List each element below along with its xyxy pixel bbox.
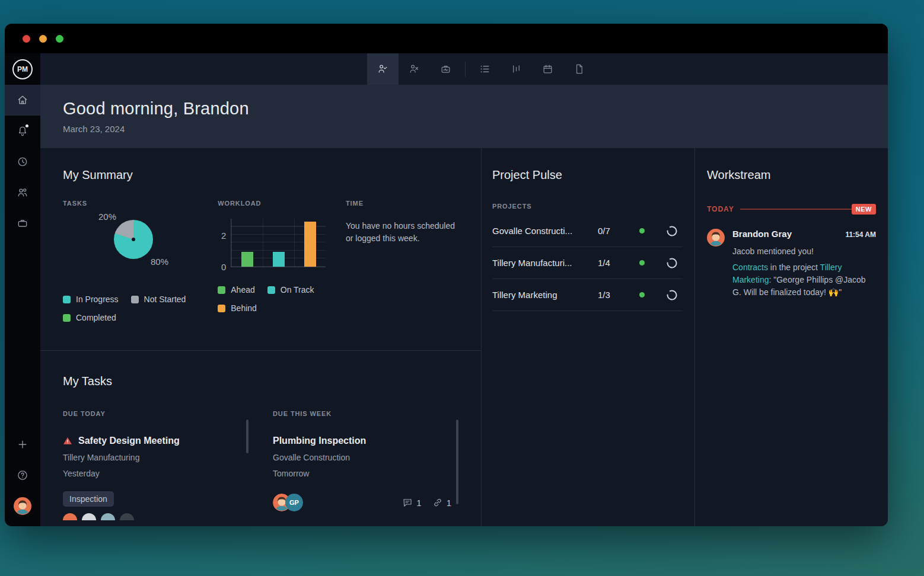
- sidebar-item-team[interactable]: [5, 177, 40, 208]
- entry-author: Brandon Gray: [732, 229, 792, 239]
- toolbar-tab-workload[interactable]: [501, 53, 532, 85]
- entry-timestamp: 11:54 AM: [845, 231, 876, 239]
- legend-swatch: [131, 296, 139, 303]
- task-due-date: Yesterday: [63, 469, 241, 478]
- calendar-icon: [542, 63, 553, 75]
- workload-bar-chart[interactable]: 2 0: [218, 216, 346, 273]
- comments-count-value: 1: [416, 498, 421, 508]
- person-check-icon: [377, 63, 388, 75]
- workload-plot: [231, 219, 326, 267]
- avatar[interactable]: [82, 513, 96, 520]
- health-dot: [639, 292, 645, 297]
- y-tick-2: 2: [221, 231, 226, 241]
- legend-label: Ahead: [231, 285, 254, 295]
- summary-workload-column: WORKLOAD 2 0: [218, 200, 346, 322]
- link-icon: [432, 497, 443, 508]
- legend-item-behind: Behind: [218, 303, 257, 313]
- sidebar-item-help[interactable]: [5, 460, 40, 491]
- project-row-govalle-construction[interactable]: Govalle Constructi... 0/7: [492, 215, 683, 247]
- message-text: in the project: [768, 263, 820, 272]
- due-today-scrollbar[interactable]: [246, 420, 248, 453]
- due-this-week-column: DUE THIS WEEK Plumbing Inspection Govall…: [273, 410, 458, 520]
- task-link-contracts[interactable]: Contracts: [732, 263, 768, 272]
- close-window-button[interactable]: [23, 35, 30, 43]
- workstream-entry[interactable]: Brandon Gray 11:54 AM Jacob mentioned yo…: [707, 229, 876, 299]
- links-count[interactable]: 1: [432, 497, 451, 508]
- workstream-panel: Workstream TODAY NEW Brandon Gray 1: [695, 148, 888, 526]
- toolbar-tab-files[interactable]: [563, 53, 595, 85]
- minimize-window-button[interactable]: [39, 35, 47, 43]
- today-divider-row: TODAY NEW: [707, 204, 876, 215]
- help-icon: [17, 469, 28, 481]
- legend-swatch: [63, 314, 71, 322]
- avatar[interactable]: [63, 513, 77, 520]
- sidebar-item-time[interactable]: [5, 146, 40, 177]
- toolbar-tab-list[interactable]: [469, 53, 501, 85]
- due-today-column: DUE TODAY Safety Design Meeting Tillery …: [63, 410, 248, 520]
- due-this-week-label: DUE THIS WEEK: [273, 410, 451, 417]
- task-title: Plumbing Inspection: [273, 436, 366, 446]
- sidebar-profile-avatar[interactable]: [7, 491, 38, 521]
- toolbar-tab-portfolio[interactable]: [430, 53, 461, 85]
- project-name: Tillery Manufacturi...: [492, 258, 598, 268]
- sidebar-item-notifications[interactable]: [5, 116, 40, 146]
- toolbar-tab-team[interactable]: [399, 53, 430, 85]
- toolbar-tab-my-work[interactable]: [367, 53, 399, 85]
- project-pulse-panel: Project Pulse PROJECTS Govalle Construct…: [482, 148, 694, 526]
- comments-count[interactable]: 1: [402, 497, 421, 508]
- task-card-plumbing-inspection[interactable]: Plumbing Inspection Govalle Construction…: [273, 436, 451, 511]
- list-icon: [479, 63, 490, 75]
- legend-swatch: [267, 286, 275, 294]
- workload-bar: [273, 252, 285, 267]
- avatar[interactable]: [120, 513, 134, 520]
- health-dot: [639, 260, 645, 265]
- avatar[interactable]: [101, 513, 115, 520]
- sidebar-item-projects[interactable]: [5, 208, 40, 239]
- entry-message: Contracts in the project Tillery Marketi…: [732, 261, 876, 299]
- page-date: March 23, 2024: [63, 124, 888, 134]
- legend-swatch: [63, 296, 71, 303]
- my-summary-section: My Summary TASKS 20% 80%: [40, 148, 481, 350]
- sidebar-item-home[interactable]: [5, 85, 40, 116]
- legend-item-in-progress: In Progress: [63, 295, 119, 304]
- tasks-pie-area: 20% 80%: [63, 207, 218, 283]
- project-row-tillery-marketing[interactable]: Tillery Marketing 1/3: [492, 279, 683, 311]
- y-tick-0: 0: [221, 262, 226, 272]
- briefcase-chart-icon: [440, 63, 451, 75]
- task-title: Safety Design Meeting: [78, 436, 180, 446]
- project-task-count: 1/4: [598, 258, 624, 268]
- avatar-initials[interactable]: GP: [285, 494, 303, 511]
- columns-icon: [511, 63, 522, 75]
- notification-dot: [26, 124, 28, 127]
- left-panel: My Summary TASKS 20% 80%: [40, 148, 481, 526]
- task-card-safety-design-meeting[interactable]: Safety Design Meeting Tillery Manufactur…: [63, 436, 241, 520]
- task-assignees: GP: [273, 494, 303, 511]
- task-due-date: Tomorrow: [273, 469, 451, 478]
- time-empty-message: You have no hours scheduled or logged th…: [346, 220, 458, 245]
- tasks-legend: In Progress Not Started Co: [63, 295, 218, 322]
- users-icon: [17, 187, 28, 199]
- toolbar-tab-calendar[interactable]: [532, 53, 563, 85]
- toolbar-tabs: [367, 53, 595, 85]
- project-row-tillery-manufacturing[interactable]: Tillery Manufacturi... 1/4: [492, 247, 683, 279]
- legend-swatch: [218, 305, 225, 312]
- due-this-week-scrollbar[interactable]: [456, 420, 458, 504]
- workstream-title: Workstream: [707, 168, 876, 182]
- legend-label: Not Started: [144, 295, 186, 304]
- pm-logo-text: PM: [12, 59, 33, 79]
- my-tasks-section: My Tasks DUE TODAY Safety Des: [40, 351, 481, 526]
- app-logo[interactable]: PM: [5, 53, 40, 85]
- tasks-label: TASKS: [63, 200, 218, 207]
- app-window: PM: [5, 24, 888, 526]
- desktop-background: PM: [0, 0, 924, 576]
- progress-ring: [666, 257, 678, 269]
- legend-label: Behind: [231, 303, 257, 313]
- my-tasks-title: My Tasks: [63, 375, 458, 388]
- person-activity-icon: [409, 63, 420, 75]
- sidebar-item-add[interactable]: [5, 429, 40, 460]
- page-title: Good morning, Brandon: [63, 99, 888, 119]
- zoom-window-button[interactable]: [56, 35, 63, 43]
- user-avatar-icon: [14, 497, 31, 515]
- today-label: TODAY: [707, 205, 734, 213]
- legend-label: In Progress: [76, 295, 119, 304]
